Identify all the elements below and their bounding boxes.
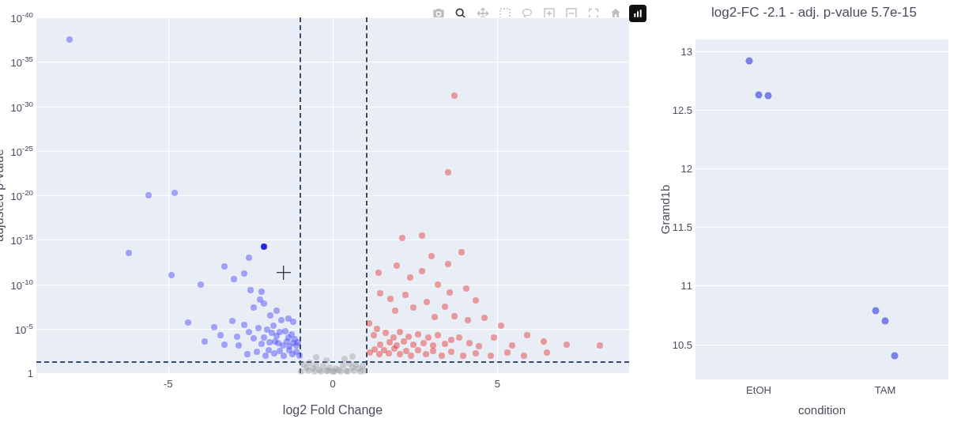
volcano-point[interactable] — [597, 342, 603, 349]
volcano-point[interactable] — [221, 263, 228, 270]
volcano-point[interactable] — [420, 340, 427, 346]
volcano-point[interactable] — [423, 351, 429, 357]
volcano-point[interactable] — [258, 289, 265, 295]
volcano-point[interactable] — [447, 289, 453, 296]
volcano-highlighted-point[interactable] — [261, 243, 267, 250]
volcano-point[interactable] — [391, 345, 398, 352]
volcano-point[interactable] — [498, 323, 504, 329]
volcano-point[interactable] — [349, 353, 356, 360]
volcano-point[interactable] — [463, 285, 469, 292]
volcano-point[interactable] — [305, 368, 311, 374]
plotly-logo[interactable] — [629, 5, 646, 22]
volcano-point[interactable] — [172, 190, 178, 196]
volcano-point[interactable] — [234, 334, 240, 340]
volcano-point[interactable] — [273, 308, 280, 314]
volcano-point[interactable] — [281, 353, 287, 359]
volcano-point[interactable] — [341, 356, 348, 362]
volcano-point[interactable] — [392, 308, 398, 314]
volcano-point[interactable] — [198, 281, 204, 288]
volcano-point[interactable] — [295, 339, 301, 345]
volcano-point[interactable] — [460, 353, 466, 359]
volcano-point[interactable] — [386, 350, 392, 357]
volcano-point[interactable] — [408, 353, 414, 359]
stripplot-point[interactable] — [891, 353, 899, 360]
volcano-point[interactable] — [261, 334, 267, 341]
volcano-point[interactable] — [325, 368, 331, 374]
volcano-point[interactable] — [337, 368, 344, 375]
volcano-point[interactable] — [451, 92, 458, 99]
volcano-point[interactable] — [564, 342, 570, 348]
volcano-point[interactable] — [66, 36, 73, 43]
volcano-point[interactable] — [445, 169, 451, 175]
volcano-point[interactable] — [231, 276, 237, 282]
volcano-point[interactable] — [473, 297, 479, 304]
volcano-point[interactable] — [331, 368, 337, 375]
volcano-point[interactable] — [371, 332, 377, 338]
volcano-point[interactable] — [524, 332, 530, 338]
volcano-point[interactable] — [282, 328, 288, 334]
volcano-point[interactable] — [296, 353, 303, 359]
volcano-point[interactable] — [509, 342, 515, 349]
volcano-point[interactable] — [229, 318, 236, 324]
volcano-point[interactable] — [241, 270, 247, 277]
volcano-point[interactable] — [244, 351, 251, 357]
volcano-point[interactable] — [202, 338, 208, 345]
stripplot-point[interactable] — [882, 317, 889, 324]
volcano-point[interactable] — [261, 300, 267, 307]
volcano-point[interactable] — [377, 290, 383, 296]
volcano-point[interactable] — [424, 299, 430, 305]
volcano-point[interactable] — [251, 335, 257, 342]
volcano-point[interactable] — [307, 360, 313, 366]
volcano-point[interactable] — [311, 368, 318, 375]
volcano-point[interactable] — [448, 349, 454, 355]
volcano-point[interactable] — [465, 317, 471, 323]
volcano-point[interactable] — [126, 250, 132, 256]
volcano-point[interactable] — [466, 340, 473, 346]
volcano-point[interactable] — [323, 357, 330, 364]
volcano-point[interactable] — [410, 304, 416, 311]
volcano-point[interactable] — [298, 368, 304, 375]
volcano-point[interactable] — [432, 314, 438, 320]
volcano-point[interactable] — [345, 368, 351, 375]
volcano-point[interactable] — [246, 255, 252, 261]
volcano-point[interactable] — [211, 324, 217, 330]
volcano-point[interactable] — [375, 270, 382, 276]
volcano-point[interactable] — [145, 192, 152, 198]
volcano-point[interactable] — [247, 287, 254, 293]
volcano-point[interactable] — [442, 341, 448, 347]
volcano-point[interactable] — [491, 334, 497, 341]
volcano-point[interactable] — [428, 253, 435, 259]
volcano-point[interactable] — [481, 315, 488, 321]
volcano-point[interactable] — [435, 332, 441, 338]
volcano-point[interactable] — [267, 312, 273, 319]
volcano-point[interactable] — [448, 337, 454, 343]
volcano-point[interactable] — [270, 323, 277, 329]
volcano-point[interactable] — [419, 232, 425, 239]
stripplot-point[interactable] — [756, 91, 763, 98]
volcano-point[interactable] — [439, 353, 445, 359]
volcano-point[interactable] — [241, 322, 247, 328]
volcano-point[interactable] — [544, 349, 550, 356]
volcano-point[interactable] — [255, 325, 262, 331]
volcano-point[interactable] — [458, 249, 465, 255]
volcano-point[interactable] — [521, 353, 527, 359]
volcano-point[interactable] — [318, 368, 324, 375]
volcano-point[interactable] — [405, 334, 412, 340]
volcano-point[interactable] — [394, 262, 400, 269]
volcano-point[interactable] — [351, 368, 357, 374]
volcano-point[interactable] — [397, 329, 403, 335]
volcano-plot-area[interactable] — [36, 17, 629, 373]
volcano-point[interactable] — [390, 334, 397, 341]
volcano-point[interactable] — [374, 326, 380, 332]
volcano-point[interactable] — [402, 292, 409, 298]
volcano-point[interactable] — [387, 296, 394, 302]
volcano-point[interactable] — [168, 272, 175, 278]
volcano-point[interactable] — [407, 274, 413, 281]
volcano-point[interactable] — [251, 304, 257, 311]
stripplot-area[interactable] — [695, 40, 948, 379]
stripplot-point[interactable] — [873, 307, 880, 314]
volcano-point[interactable] — [541, 338, 547, 345]
volcano-point[interactable] — [473, 350, 479, 357]
volcano-point[interactable] — [488, 353, 494, 359]
volcano-point[interactable] — [290, 319, 296, 325]
